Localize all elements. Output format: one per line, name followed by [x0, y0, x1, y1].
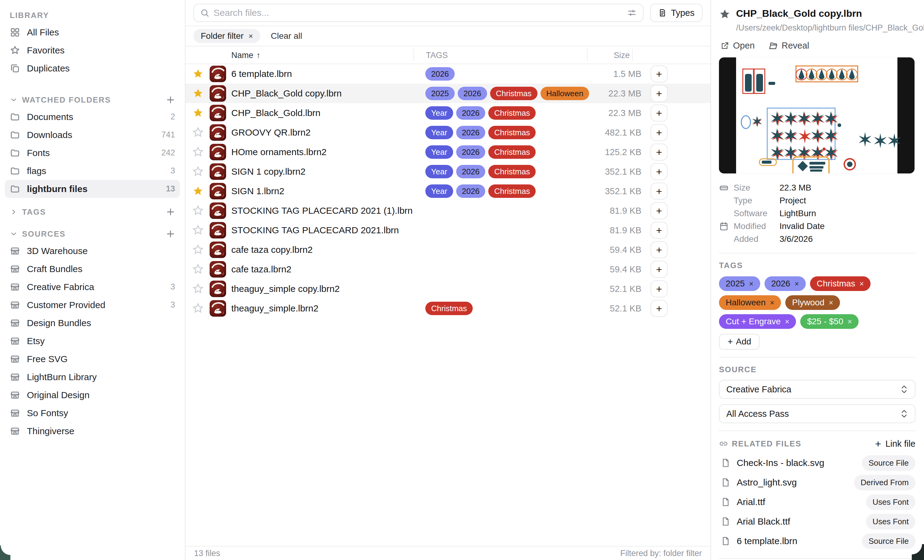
sidebar-item-favorites[interactable]: Favorites	[5, 41, 180, 59]
add-tag-button[interactable]	[165, 207, 176, 217]
table-header: Name↑ TAGS Size	[186, 46, 710, 64]
favorite-star-icon[interactable]	[191, 166, 205, 177]
sidebar-item-lightburn-library[interactable]: LightBurn Library	[5, 368, 180, 386]
add-tag-to-file-button[interactable]: +	[651, 85, 668, 102]
table-row[interactable]: CHP_Black_Gold copy.lbrn20252026Christma…	[186, 84, 710, 103]
favorite-star-icon[interactable]	[191, 244, 205, 256]
related-file-row[interactable]: Arial.ttfUses Font	[719, 492, 915, 512]
search-input[interactable]	[214, 7, 623, 18]
link-file-button[interactable]: +Link file	[875, 439, 915, 449]
sidebar-item-creative-fabrica[interactable]: Creative Fabrica3	[5, 278, 180, 296]
remove-filter-icon[interactable]: ×	[248, 31, 253, 41]
add-tag-to-file-button[interactable]: +	[651, 222, 668, 239]
column-header-name[interactable]: Name↑	[231, 51, 261, 60]
related-file-row[interactable]: Astro_light.svgDerived From	[719, 473, 915, 492]
remove-tag-icon[interactable]: ×	[749, 279, 753, 288]
table-row[interactable]: STOCKING TAG PLACECARD 2021.lbrn81.9 KB+	[186, 220, 710, 240]
search-icon	[200, 8, 209, 17]
sidebar-item-original-design[interactable]: Original Design	[5, 386, 180, 404]
table-row[interactable]: SIGN 1 copy.lbrn2Year2026Christmas352.1 …	[186, 162, 710, 181]
favorite-star-icon[interactable]	[191, 88, 205, 99]
source-select[interactable]: Creative Fabrica	[719, 380, 915, 399]
favorite-star-icon[interactable]	[191, 127, 205, 138]
sidebar-item-documents[interactable]: Documents2	[5, 108, 180, 126]
related-file-row[interactable]: Check-Ins - black.svgSource File	[719, 453, 915, 473]
chevron-down-icon[interactable]	[10, 230, 18, 238]
table-row[interactable]: GROOVY QR.lbrn2Year2026Christmas482.1 KB…	[186, 123, 710, 142]
add-tag-to-file-button[interactable]: +	[651, 183, 668, 200]
meta-value: Project	[780, 196, 806, 205]
remove-tag-icon[interactable]: ×	[785, 317, 789, 326]
sidebar-item-downloads[interactable]: Downloads741	[5, 126, 180, 144]
sidebar-item-free-svg[interactable]: Free SVG	[5, 350, 180, 368]
add-tag-to-file-button[interactable]: +	[651, 144, 668, 160]
table-row[interactable]: theaguy_simple copy.lbrn252.1 KB+	[186, 279, 710, 299]
star-outline-icon	[10, 45, 20, 55]
clear-all-filters[interactable]: Clear all	[271, 31, 302, 41]
sidebar-item-3d-warehouse[interactable]: 3D Warehouse	[5, 242, 180, 260]
sidebar-item-customer-provided[interactable]: Customer Provided3	[5, 296, 180, 314]
remove-tag-icon[interactable]: ×	[829, 298, 833, 307]
add-source-button[interactable]	[165, 229, 176, 239]
favorite-star-icon[interactable]	[719, 9, 730, 20]
add-tag-to-file-button[interactable]: +	[651, 65, 668, 82]
sidebar-item-duplicates[interactable]: Duplicates	[5, 59, 180, 77]
sidebar-item-craft-bundles[interactable]: Craft Bundles	[5, 260, 180, 278]
detail-tags-header: TAGS	[719, 261, 915, 270]
table-row[interactable]: CHP_Black_Gold.lbrnYear2026Christmas22.3…	[186, 103, 710, 123]
license-select[interactable]: All Access Pass	[719, 404, 915, 423]
table-row[interactable]: HOme ornaments.lbrn2Year2026Christmas125…	[186, 142, 710, 162]
favorite-star-icon[interactable]	[191, 146, 205, 158]
chevron-right-icon[interactable]	[10, 208, 18, 216]
add-tag-to-file-button[interactable]: +	[651, 124, 668, 141]
store-icon	[10, 282, 20, 292]
table-row[interactable]: STOCKING TAG PLACECARD 2021 (1).lbrn81.9…	[186, 201, 710, 220]
sidebar-item-flags[interactable]: flags3	[5, 162, 180, 180]
add-tag-to-file-button[interactable]: +	[651, 202, 668, 219]
table-row[interactable]: cafe taza.lbrn259.4 KB+	[186, 259, 710, 279]
table-row[interactable]: SIGN 1.lbrn2Year2026Christmas352.1 KB+	[186, 181, 710, 201]
favorite-star-icon[interactable]	[191, 68, 205, 80]
table-row[interactable]: cafe taza copy.lbrn259.4 KB+	[186, 240, 710, 259]
favorite-star-icon[interactable]	[191, 205, 205, 217]
favorite-star-icon[interactable]	[191, 185, 205, 197]
remove-tag-icon[interactable]: ×	[848, 317, 852, 326]
table-row[interactable]: 6 template.lbrn20261.5 MB+	[186, 64, 710, 84]
types-button[interactable]: Types	[650, 4, 702, 22]
reveal-button[interactable]: Reveal	[768, 40, 809, 51]
chevron-down-icon[interactable]	[10, 96, 18, 104]
favorite-star-icon[interactable]	[191, 264, 205, 275]
add-tag-to-file-button[interactable]: +	[651, 261, 668, 278]
store-icon	[10, 336, 20, 346]
related-file-row[interactable]: 6 template.lbrnSource File	[719, 531, 915, 551]
open-button[interactable]: Open	[720, 40, 755, 51]
sidebar-item-thingiverse[interactable]: Thingiverse	[5, 422, 180, 440]
add-tag-to-file-button[interactable]: +	[651, 241, 668, 258]
table-row[interactable]: theaguy_simple.lbrn2Christmas52.1 KB+	[186, 299, 710, 318]
tag-chip: Christmas	[488, 106, 536, 120]
sidebar-item-so-fontsy[interactable]: So Fontsy	[5, 404, 180, 422]
favorite-star-icon[interactable]	[191, 225, 205, 236]
folder-filter-chip[interactable]: Folder filter ×	[194, 29, 260, 43]
remove-tag-icon[interactable]: ×	[795, 279, 799, 288]
related-file-row[interactable]: Arial Black.ttfUses Font	[719, 512, 915, 531]
add-watched-folder-button[interactable]	[165, 95, 176, 105]
add-tag-detail-button[interactable]: +Add	[719, 334, 760, 350]
filter-sliders-icon[interactable]	[627, 8, 637, 18]
column-header-size[interactable]: Size	[578, 51, 630, 60]
sidebar-item-lightburn-files[interactable]: lightburn files13	[5, 180, 180, 198]
favorite-star-icon[interactable]	[191, 107, 205, 119]
favorite-star-icon[interactable]	[191, 302, 205, 314]
sidebar-item-etsy[interactable]: Etsy	[5, 332, 180, 350]
sidebar-item-design-bundles[interactable]: Design Bundles	[5, 314, 180, 332]
remove-tag-icon[interactable]: ×	[860, 279, 864, 288]
add-tag-to-file-button[interactable]: +	[651, 300, 668, 317]
sidebar-item-all-files[interactable]: All Files	[5, 23, 180, 41]
sidebar-item-fonts[interactable]: Fonts242	[5, 144, 180, 162]
add-tag-to-file-button[interactable]: +	[651, 163, 668, 180]
add-tag-to-file-button[interactable]: +	[651, 105, 668, 121]
add-tag-to-file-button[interactable]: +	[651, 280, 668, 297]
tag-chip: 2025×	[719, 276, 760, 291]
remove-tag-icon[interactable]: ×	[770, 298, 775, 307]
favorite-star-icon[interactable]	[191, 283, 205, 295]
